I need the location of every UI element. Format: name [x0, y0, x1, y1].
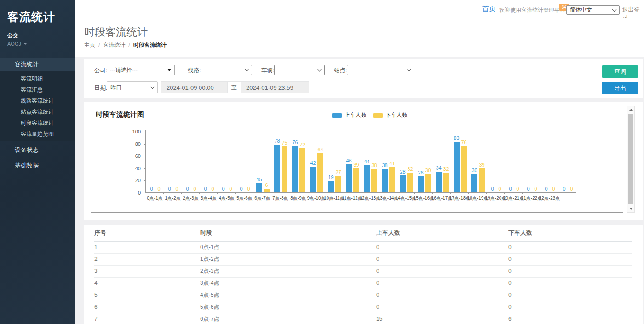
y-axis-tick-mark	[144, 132, 145, 132]
table-cell: 5点-6点	[200, 301, 376, 313]
chart-bar-value-label: 15	[252, 177, 267, 182]
legend-label: 上车人数	[345, 111, 367, 119]
breadcrumb-separator: /	[98, 42, 100, 48]
sidebar-subitem[interactable]: 线路客流统计	[0, 95, 75, 106]
date-preset-value: 昨日	[110, 84, 121, 92]
y-axis-tick-mark	[144, 144, 145, 145]
chart-bar	[461, 146, 467, 192]
breadcrumb-separator: /	[128, 42, 130, 48]
table-row[interactable]: 54点-5点00	[94, 289, 632, 301]
language-select[interactable]: 简体中文	[566, 5, 620, 15]
chart-bar	[407, 173, 413, 192]
chart-bar	[335, 176, 341, 192]
table-cell: 0	[508, 241, 632, 253]
y-axis-tick-label: 100	[120, 129, 141, 134]
table-cell: 7	[94, 313, 200, 324]
scrollbar-up-arrow-icon[interactable]	[627, 106, 634, 113]
table-cell: 0	[508, 277, 632, 289]
table-row[interactable]: 32点-3点00	[94, 265, 632, 277]
station-label: 站点:	[334, 67, 347, 75]
chart-bar-value-label: 39	[474, 162, 490, 168]
chart-bar-value-label: 32	[438, 166, 454, 172]
table-cell: 2	[94, 253, 200, 265]
org-name: 公交	[0, 24, 75, 40]
breadcrumb-link[interactable]: 主页	[84, 42, 95, 48]
chart-bar	[425, 174, 431, 192]
chart-bar	[264, 189, 270, 192]
filter-panel: 公司: ---请选择--- 线路: 车辆: 站点: 日期:	[84, 59, 643, 98]
table-row[interactable]: 10点-1点00	[94, 241, 632, 253]
chart-bar	[328, 181, 334, 192]
table-cell: 3点-4点	[200, 277, 376, 289]
home-link[interactable]: 首页	[482, 5, 496, 13]
table-cell: 0	[376, 265, 508, 277]
table-cell: 4点-5点	[200, 289, 376, 301]
y-axis-tick-label: 40	[120, 166, 141, 171]
x-axis-tick-mark	[199, 192, 200, 194]
x-axis-tick-mark	[343, 192, 343, 194]
chart-bar	[454, 142, 460, 192]
x-axis-tick-mark	[540, 192, 540, 194]
sidebar-subitem[interactable]: 时段客流统计	[0, 117, 75, 128]
table-cell: 1	[94, 241, 200, 253]
x-axis-tick-mark	[289, 192, 289, 194]
sidebar-subitem[interactable]: 客流汇总	[0, 84, 75, 95]
x-axis-tick-mark	[450, 192, 451, 194]
table-row[interactable]: 76点-7点156	[94, 313, 632, 324]
chart-bar	[371, 169, 377, 192]
sidebar-item-passenger-stats[interactable]: 客流统计	[0, 58, 75, 71]
table-cell: 0	[508, 289, 632, 301]
table-cell: 1点-2点	[200, 253, 376, 265]
y-axis-tick-mark	[144, 156, 145, 156]
scrollbar-thumb[interactable]	[628, 114, 633, 204]
org-code-label: AQGJ	[7, 41, 21, 46]
triangle-down-icon	[167, 69, 172, 71]
company-select[interactable]: ---请选择---	[107, 65, 175, 75]
date-preset-select[interactable]: 昨日	[107, 81, 158, 93]
line-label: 线路:	[188, 67, 201, 75]
y-axis-tick-label: 80	[120, 141, 141, 147]
chart-bar-value-label: 6	[259, 182, 275, 188]
query-button[interactable]: 查询	[602, 65, 638, 78]
legend-item[interactable]: 上车人数	[332, 111, 367, 119]
chevron-down-icon	[150, 85, 155, 89]
x-axis-tick-mark	[504, 192, 505, 194]
table-row[interactable]: 21点-2点00	[94, 253, 632, 265]
table-row[interactable]: 43点-4点00	[94, 277, 632, 289]
sidebar-item-base-data[interactable]: 基础数据	[0, 159, 75, 173]
chevron-down-icon	[407, 67, 412, 72]
x-axis-tick-mark	[414, 192, 415, 194]
table-cell: 6	[94, 301, 200, 313]
breadcrumb-link[interactable]: 客流统计	[103, 42, 125, 48]
chart-bar-value-label: 76	[456, 139, 472, 145]
x-axis-tick-mark	[307, 192, 307, 194]
export-button[interactable]: 导出	[602, 82, 638, 94]
x-axis-tick-mark	[379, 192, 379, 194]
chart-bar	[346, 164, 352, 192]
scrollbar-down-arrow-icon[interactable]	[627, 205, 634, 212]
sidebar-subitem[interactable]: 客流明细	[0, 73, 75, 84]
legend-item[interactable]: 下车人数	[373, 111, 408, 119]
sidebar-item-device-status[interactable]: 设备状态	[0, 143, 75, 157]
chart-bar	[274, 145, 280, 192]
chart-bar-value-label: 41	[385, 161, 400, 166]
date-from-input[interactable]: 2024-01-09 00:00	[161, 81, 228, 93]
sidebar-subitem[interactable]: 客流量趋势图	[0, 128, 75, 139]
chevron-down-icon	[245, 67, 249, 72]
vehicle-select[interactable]	[274, 65, 325, 75]
chart-vertical-scrollbar[interactable]	[627, 106, 635, 213]
date-to-input[interactable]: 2024-01-09 23:59	[241, 81, 309, 93]
app-window: 客流统计 公交 AQGJ 客流统计 客流明细客流汇总线路客流统计站点客流统计时段…	[0, 0, 644, 324]
chart-bar	[443, 173, 449, 192]
chart-bar	[282, 146, 288, 192]
x-axis-tick-mark	[432, 192, 433, 194]
station-select[interactable]	[347, 65, 414, 75]
x-axis-tick-mark	[468, 192, 469, 194]
table-cell: 0	[376, 253, 508, 265]
line-select[interactable]	[201, 65, 252, 75]
sidebar-subitem[interactable]: 站点客流统计	[0, 106, 75, 117]
table-row[interactable]: 65点-6点00	[94, 301, 632, 313]
legend-swatch	[373, 113, 383, 118]
chart-container: 时段车流统计图 上车人数下车人数 000点-1点001点-2点002点-3点00…	[91, 106, 623, 213]
org-code-dropdown[interactable]: AQGJ	[0, 40, 75, 46]
